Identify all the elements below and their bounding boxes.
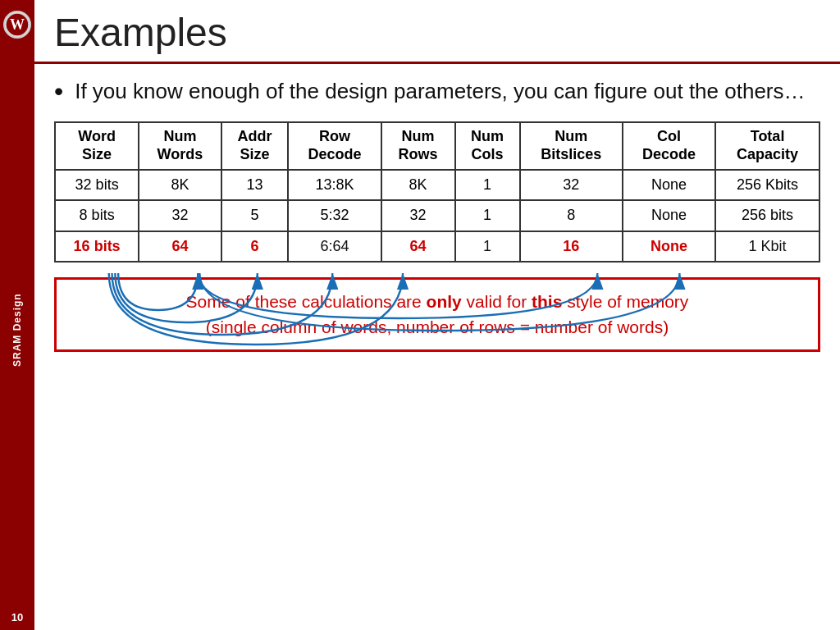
cell-addr-size-1: 13 [221, 170, 289, 201]
cell-num-cols-3: 1 [455, 231, 520, 262]
col-word-size: WordSize [55, 122, 139, 169]
col-row-decode: RowDecode [288, 122, 381, 169]
cell-word-size-1: 32 bits [55, 170, 139, 201]
cell-row-decode-1: 13:8K [288, 170, 381, 201]
cell-capacity-1: 256 Kbits [715, 170, 819, 201]
cell-num-words-3: 64 [139, 231, 221, 262]
note-text-mid: valid for [462, 292, 532, 311]
cell-bitslices-3: 16 [520, 231, 623, 262]
cell-addr-size-2: 5 [221, 200, 289, 231]
table-row: 8 bits 32 5 5:32 32 1 8 None 256 bits [55, 200, 819, 231]
cell-num-rows-2: 32 [381, 200, 455, 231]
cell-col-decode-3: None [623, 231, 715, 262]
note-box: Some of these calculations are only vali… [54, 277, 820, 352]
col-num-bitslices: NumBitslices [520, 122, 623, 169]
page-title: Examples [54, 10, 820, 55]
main-table: WordSize NumWords AddrSize RowDecode Num… [54, 121, 820, 262]
cell-capacity-2: 256 bits [715, 200, 819, 231]
cell-num-cols-1: 1 [455, 170, 520, 201]
table-row-highlight: 16 bits 64 6 6:64 64 1 16 None 1 Kbit [55, 231, 819, 262]
col-total-capacity: TotalCapacity [715, 122, 819, 169]
bullet-dot: • [54, 75, 63, 107]
sidebar-label: SRAM Design [11, 49, 23, 611]
col-num-rows: NumRows [381, 122, 455, 169]
logo-icon: W [3, 11, 31, 39]
sidebar-logo: W [0, 0, 34, 49]
cell-capacity-3: 1 Kbit [715, 231, 819, 262]
cell-num-rows-1: 8K [381, 170, 455, 201]
cell-row-decode-2: 5:32 [288, 200, 381, 231]
cell-word-size-3: 16 bits [55, 231, 139, 262]
cell-num-cols-2: 1 [455, 200, 520, 231]
main-content: Examples • If you know enough of the des… [34, 0, 840, 630]
cell-bitslices-2: 8 [520, 200, 623, 231]
cell-word-size-2: 8 bits [55, 200, 139, 231]
note-bold-this: this [532, 292, 562, 311]
cell-num-words-2: 32 [139, 200, 221, 231]
col-num-words: NumWords [139, 122, 221, 169]
table-wrapper: WordSize NumWords AddrSize RowDecode Num… [54, 121, 820, 262]
col-col-decode: ColDecode [623, 122, 715, 169]
cell-bitslices-1: 32 [520, 170, 623, 201]
bullet-text: If you know enough of the design paramet… [75, 77, 805, 106]
header: Examples [34, 0, 840, 64]
content-area: • If you know enough of the design param… [34, 64, 840, 630]
note-text-plain: Some of these calculations are [186, 292, 427, 311]
bullet-section: • If you know enough of the design param… [54, 77, 820, 107]
cell-col-decode-2: None [623, 200, 715, 231]
col-addr-size: AddrSize [221, 122, 289, 169]
table-row: 32 bits 8K 13 13:8K 8K 1 32 None 256 Kbi… [55, 170, 819, 201]
cell-col-decode-1: None [623, 170, 715, 201]
sidebar: W SRAM Design 10 [0, 0, 34, 630]
col-num-cols: NumCols [455, 122, 520, 169]
cell-row-decode-3: 6:64 [288, 231, 381, 262]
bullet-item: • If you know enough of the design param… [54, 77, 820, 107]
cell-num-words-1: 8K [139, 170, 221, 201]
svg-text:W: W [10, 16, 25, 33]
cell-addr-size-3: 6 [221, 231, 289, 262]
note-bold-only: only [427, 292, 462, 311]
table-header-row: WordSize NumWords AddrSize RowDecode Num… [55, 122, 819, 169]
page-number: 10 [11, 611, 23, 630]
cell-num-rows-3: 64 [381, 231, 455, 262]
